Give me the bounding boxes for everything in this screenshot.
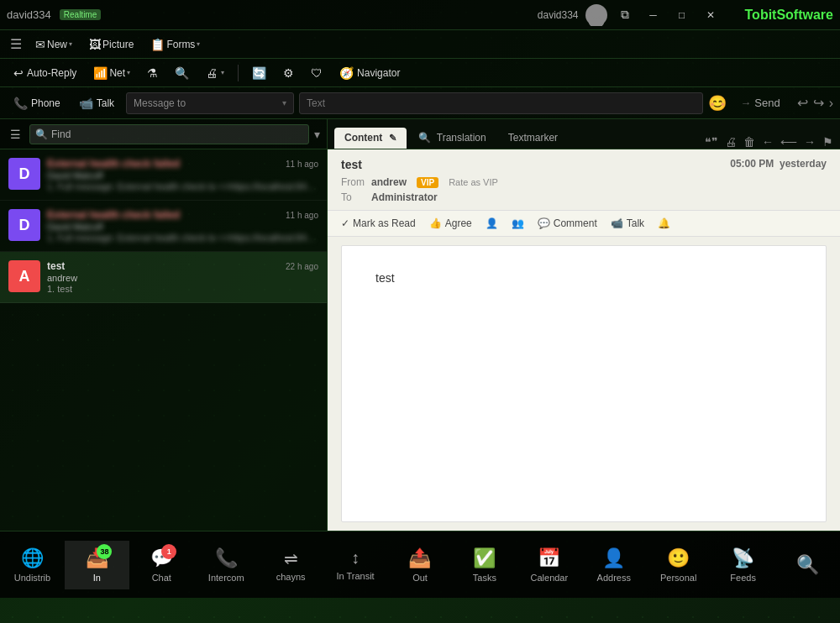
back-icon[interactable]: ← — [762, 135, 774, 149]
forward-icon[interactable]: › — [829, 96, 833, 111]
message-detail: test 05:00 PM yesterday From andrew VIP … — [328, 149, 840, 531]
nav-item-chayns[interactable]: ⇌ chayns — [259, 542, 323, 589]
nav-item-in-transit[interactable]: ↕ In Transit — [323, 542, 388, 588]
nav-item-chat[interactable]: 1 💬 Chat — [129, 541, 194, 589]
text-input[interactable] — [299, 92, 703, 114]
dropdown-arrow-icon: ▾ — [282, 98, 286, 107]
avatar: D — [8, 209, 40, 241]
autoreply-icon: ↩ — [13, 66, 24, 80]
bell-icon: 🔔 — [658, 217, 670, 229]
app-name: david334 — [7, 8, 51, 21]
redo-icon[interactable]: ↪ — [813, 95, 824, 111]
talk-action-button[interactable]: 📹 Talk — [611, 217, 644, 229]
list-item[interactable]: A test 22 h ago andrew 1. test — [0, 252, 327, 303]
autoreply-button[interactable]: ↩ Auto-Reply — [7, 64, 83, 82]
nav-item-undistrib[interactable]: 🌐 Undistrib — [0, 541, 65, 589]
settings-button[interactable]: ⚙ — [276, 64, 301, 82]
add-person-button[interactable]: 👥 — [512, 217, 524, 229]
new-button[interactable]: ✉ New ▾ — [29, 35, 79, 54]
search-icon: 🔍 — [175, 66, 189, 80]
feeds-icon: 📡 — [732, 547, 754, 569]
filter-button[interactable]: ⚗ — [140, 64, 165, 82]
emoji-icon[interactable]: 😊 — [708, 94, 727, 113]
scan-button[interactable]: 🖨 ▾ — [199, 64, 231, 82]
sync-button[interactable]: 🔄 — [245, 64, 273, 82]
person-add-icon: 👥 — [512, 217, 524, 229]
nav-item-address[interactable]: 👤 Address — [581, 541, 646, 589]
close-button[interactable]: ✕ — [700, 6, 722, 24]
message-time: 11 h ago — [286, 211, 318, 220]
message-preview: 1. test — [47, 284, 318, 294]
nav-item-feeds[interactable]: 📡 Feeds — [711, 541, 775, 589]
main-area: ☰ 🔍 Find ▾ D External health check faile… — [0, 119, 840, 531]
quote-icon[interactable]: ❝❞ — [705, 135, 718, 149]
message-preview: 1. Full message: External health check t… — [47, 181, 318, 191]
nav-item-intercom[interactable]: 📞 Intercom — [194, 541, 259, 589]
filter-icon: ⚗ — [147, 66, 158, 80]
tab-translation[interactable]: 🔍 Translation — [408, 128, 496, 149]
avatar: D — [8, 158, 40, 190]
talk-button[interactable]: 📹 Talk — [72, 94, 121, 113]
send-button[interactable]: → Send — [732, 93, 788, 113]
message-time: 11 h ago — [286, 160, 318, 169]
tab-textmarker[interactable]: Textmarker — [498, 128, 568, 149]
vip-badge: VIP — [417, 177, 438, 188]
print-icon[interactable]: 🖨 — [725, 135, 737, 149]
restore-window-button[interactable]: ⧉ — [614, 6, 636, 24]
phone-button[interactable]: 📞 Phone — [7, 94, 67, 113]
nav-item-calendar[interactable]: 📅 Calendar — [517, 541, 581, 589]
message-preview: 1. Full message: External health check t… — [47, 233, 318, 243]
rate-as-vip[interactable]: Rate as VIP — [449, 177, 498, 187]
minimize-button[interactable]: ─ — [643, 6, 664, 24]
message-to-input[interactable]: Message to ▾ — [126, 92, 294, 114]
flag-icon[interactable]: ⚑ — [822, 135, 833, 149]
menu-button[interactable]: ☰ — [7, 33, 25, 55]
undo-icon[interactable]: ↩ — [797, 95, 808, 111]
reply-all-icon[interactable]: ⟵ — [780, 135, 797, 149]
agree-button[interactable]: 👍 Agree — [429, 217, 472, 229]
transit-icon: ↕ — [351, 548, 360, 568]
list-item[interactable]: D External health check failed 11 h ago … — [0, 149, 327, 201]
message-body: External health check failed 11 h ago Da… — [47, 209, 318, 243]
filter-icon[interactable]: ▾ — [314, 128, 320, 141]
avatar[interactable] — [585, 4, 607, 26]
assign-button[interactable]: 👤 — [486, 217, 498, 229]
forward-icon[interactable]: → — [804, 135, 816, 149]
message-list: D External health check failed 11 h ago … — [0, 149, 327, 531]
intercom-icon: 📞 — [215, 547, 238, 569]
chat-badge: 1 — [161, 544, 176, 559]
globe-icon: 🌐 — [21, 547, 44, 569]
tasks-icon: ✅ — [473, 547, 496, 569]
nav-item-search[interactable]: 🔍 — [775, 547, 840, 583]
check-icon: ✓ — [341, 217, 349, 229]
left-panel: ☰ 🔍 Find ▾ D External health check faile… — [0, 119, 328, 531]
mark-as-read-button[interactable]: ✓ Mark as Read — [341, 217, 416, 229]
shield-button[interactable]: 🛡 — [304, 64, 329, 82]
to-row: To Administrator — [341, 190, 827, 205]
message-sender: External health check failed — [47, 158, 180, 170]
picture-icon: 🖼 — [89, 38, 101, 51]
from-row: From andrew VIP Rate as VIP — [341, 175, 827, 190]
list-item[interactable]: D External health check failed 11 h ago … — [0, 201, 327, 252]
message-sender: test — [47, 260, 65, 272]
forms-button[interactable]: 📋 Forms ▾ — [144, 35, 207, 54]
nav-item-personal[interactable]: 🙂 Personal — [646, 541, 711, 589]
nav-item-in[interactable]: 38 📥 In — [65, 541, 129, 589]
title-bar-right: david334 ⧉ ─ □ ✕ TobitSoftware — [538, 4, 833, 26]
net-button[interactable]: 📶 Net ▾ — [87, 64, 137, 82]
forms-icon: 📋 — [150, 38, 165, 51]
talk-icon: 📹 — [79, 97, 93, 110]
panel-menu-button[interactable]: ☰ — [7, 124, 24, 144]
bell-button[interactable]: 🔔 — [658, 217, 670, 229]
nav-item-tasks[interactable]: ✅ Tasks — [452, 541, 517, 589]
search-box[interactable]: 🔍 Find — [29, 124, 309, 144]
tab-content[interactable]: Content ✎ — [334, 128, 407, 149]
nav-item-out[interactable]: 📤 Out — [388, 541, 453, 589]
search-button[interactable]: 🔍 — [168, 64, 196, 82]
scan-icon: 🖨 — [206, 66, 218, 80]
delete-icon[interactable]: 🗑 — [743, 135, 755, 149]
picture-button[interactable]: 🖼 Picture — [82, 35, 140, 54]
comment-button[interactable]: 💬 Comment — [538, 217, 597, 229]
navigator-button[interactable]: 🧭 Navigator — [333, 64, 407, 82]
maximize-button[interactable]: □ — [671, 6, 693, 24]
